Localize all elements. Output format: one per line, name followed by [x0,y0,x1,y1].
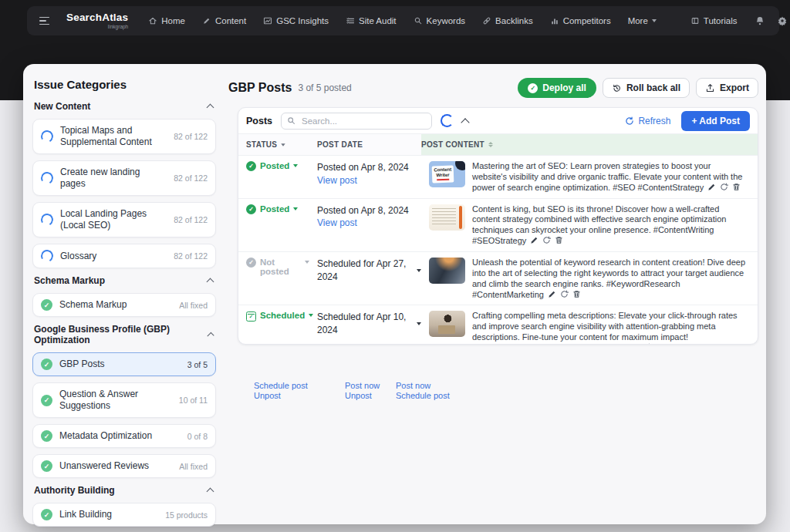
post-action-links-group-3: Post now Schedule post [396,381,450,401]
nav-right-cluster: MB [755,12,790,30]
roll-back-all-button[interactable]: Roll back all [603,78,690,98]
gear-icon[interactable] [777,15,788,26]
sidebar-item-metadata-optimization[interactable]: Metadata Optimization 0 of 8 [32,424,216,448]
item-count: 15 products [165,510,208,520]
edit-icon[interactable] [630,343,639,345]
delete-icon[interactable] [655,343,663,345]
check-circle-icon [41,509,52,520]
logo-title: SearchAtlas [66,12,128,23]
collapse-chevron-up-icon[interactable] [461,118,469,126]
sidebar-title: Issue Categories [34,78,216,91]
status-badge-posted[interactable]: Posted [246,204,309,214]
check-circle-icon [41,359,52,370]
item-count: 82 of 122 [174,132,208,141]
bar-chart-icon [550,16,559,25]
view-post-link[interactable]: View post [317,175,357,186]
export-icon [705,83,715,93]
schedule-post-link[interactable]: Schedule post [254,381,308,391]
sidebar-item-create-landing-pages[interactable]: Create new landing pages 82 of 122 [32,160,216,196]
export-button[interactable]: Export [696,78,758,98]
section-header-authority-building[interactable]: Authority Building [34,485,213,496]
nav-item-competitors[interactable]: Competitors [550,16,611,25]
nav-item-gsc-insights[interactable]: GSC Insights [263,16,329,25]
progress-spinner-icon [39,170,55,186]
pencil-icon [202,16,211,25]
filter-caret-icon [282,143,285,146]
loading-spinner-icon [441,114,454,127]
item-count: 82 of 122 [174,173,208,183]
page-card: Issue Categories New Content Topical Map… [23,64,766,524]
column-header-post-content[interactable]: POST CONTENT [421,133,758,155]
delete-icon[interactable] [732,183,741,191]
search-box[interactable] [281,113,432,130]
nav-item-more[interactable]: More [628,16,657,25]
sidebar-item-link-building[interactable]: Link Building 15 products [32,503,216,527]
nav-item-site-audit[interactable]: Site Audit [346,16,397,25]
chevron-down-icon [652,19,657,22]
bell-icon[interactable] [755,15,765,26]
view-post-link[interactable]: View post [317,217,357,228]
edit-icon[interactable] [707,183,716,191]
searchatlas-logo[interactable]: SearchAtlas linkgraph [66,12,128,29]
table-row-status: Posted [238,198,309,251]
search-input[interactable] [300,116,426,126]
nav-item-backlinks[interactable]: Backlinks [482,16,533,25]
progress-spinner-icon [39,248,55,264]
column-header-status[interactable]: STATUS [238,133,309,155]
schedule-post-link[interactable]: Schedule post [396,391,450,401]
sidebar-item-unanswered-reviews[interactable]: Unanswered Reviews All fixed [32,454,216,478]
sidebar-item-question-answer[interactable]: Question & Answer Suggestions 10 of 11 [32,382,216,418]
book-icon [690,16,700,25]
delete-icon[interactable] [572,290,581,298]
column-header-post-date[interactable]: POST DATE [309,133,421,155]
post-thumbnail: Content Writer [429,161,465,187]
nav-item-tutorials[interactable]: Tutorials [690,16,738,25]
add-post-button[interactable]: + Add Post [681,111,750,131]
table-row-date: Scheduled for Apr 10, 2024 [309,305,421,345]
edit-icon[interactable] [548,290,556,298]
table-row-status: Not posted [238,251,309,305]
posts-tab-label[interactable]: Posts [246,116,272,126]
sidebar-item-local-landing-pages[interactable]: Local Landing Pages (Local SEO) 82 of 12… [32,202,216,237]
status-caret-icon [293,164,298,167]
item-count: All fixed [179,462,208,471]
page-subtitle: 3 of 5 posted [298,82,351,93]
status-badge-not-posted[interactable]: Not posted [246,258,309,276]
sidebar-item-gbp-posts[interactable]: GBP Posts 3 of 5 [32,352,216,376]
item-count: 10 of 11 [179,396,208,405]
refresh-button[interactable]: Refresh [625,116,670,126]
gbp-posts-main: GBP Posts 3 of 5 posted Deploy all Roll … [228,72,758,524]
search-icon [287,116,295,125]
magnifier-icon [414,16,423,25]
section-header-gbp-optimization[interactable]: Google Business Profile (GBP) Optimizati… [34,324,213,345]
sidebar-item-glossary[interactable]: Glossary 82 of 122 [32,244,216,268]
delete-icon[interactable] [555,236,563,244]
section-header-schema-markup[interactable]: Schema Markup [34,275,213,286]
sidebar-item-schema-markup[interactable]: Schema Markup All fixed [32,293,216,317]
home-icon [148,16,157,25]
nav-item-content[interactable]: Content [202,16,246,25]
sidebar-item-topical-maps[interactable]: Topical Maps and Supplemental Content 82… [32,119,216,154]
post-now-link[interactable]: Post now [345,381,380,391]
edit-icon[interactable] [530,236,538,244]
item-count: All fixed [179,301,208,310]
regenerate-icon[interactable] [542,236,551,244]
table-row-content: Content Writer Mastering the art of SEO:… [421,155,758,198]
status-badge-posted[interactable]: Posted [246,161,309,171]
sidebar-toggle-icon[interactable] [39,17,49,25]
unpost-link[interactable]: Unpost [254,391,308,401]
nav-item-keywords[interactable]: Keywords [414,16,466,25]
check-circle-icon [528,83,538,93]
regenerate-icon[interactable] [560,290,569,298]
section-header-new-content[interactable]: New Content [34,101,213,112]
toolbar-right: Refresh + Add Post [625,111,750,131]
regenerate-icon[interactable] [720,183,728,191]
status-badge-scheduled[interactable]: Scheduled [246,311,309,322]
nav-item-home[interactable]: Home [148,16,185,25]
regenerate-icon[interactable] [643,343,651,345]
post-now-link[interactable]: Post now [396,381,450,391]
top-navigation-bar: SearchAtlas linkgraph Home Content GSC I… [27,6,779,35]
deploy-all-button[interactable]: Deploy all [518,78,596,98]
chevron-up-icon [207,278,214,286]
unpost-link[interactable]: Unpost [345,391,380,401]
